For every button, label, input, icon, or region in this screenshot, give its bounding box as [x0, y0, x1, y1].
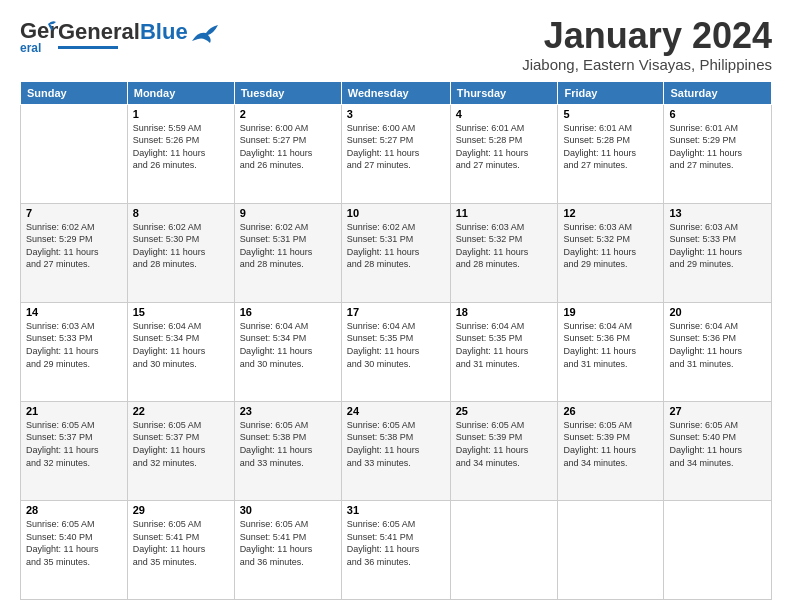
- day-number: 14: [26, 306, 122, 318]
- day-number: 29: [133, 504, 229, 516]
- day-number: 26: [563, 405, 658, 417]
- cell-info: Sunrise: 6:02 AMSunset: 5:29 PMDaylight:…: [26, 221, 122, 271]
- cell-info: Sunrise: 6:05 AMSunset: 5:41 PMDaylight:…: [240, 518, 336, 568]
- calendar-cell: 26Sunrise: 6:05 AMSunset: 5:39 PMDayligh…: [558, 401, 664, 500]
- calendar-table: SundayMondayTuesdayWednesdayThursdayFrid…: [20, 81, 772, 600]
- day-number: 23: [240, 405, 336, 417]
- weekday-header-saturday: Saturday: [664, 81, 772, 104]
- cell-info: Sunrise: 6:02 AMSunset: 5:31 PMDaylight:…: [240, 221, 336, 271]
- cell-info: Sunrise: 6:04 AMSunset: 5:34 PMDaylight:…: [240, 320, 336, 370]
- cell-info: Sunrise: 6:02 AMSunset: 5:30 PMDaylight:…: [133, 221, 229, 271]
- calendar-cell: 5Sunrise: 6:01 AMSunset: 5:28 PMDaylight…: [558, 104, 664, 203]
- calendar-cell: 21Sunrise: 6:05 AMSunset: 5:37 PMDayligh…: [21, 401, 128, 500]
- calendar-cell: 17Sunrise: 6:04 AMSunset: 5:35 PMDayligh…: [341, 302, 450, 401]
- cell-info: Sunrise: 6:04 AMSunset: 5:35 PMDaylight:…: [456, 320, 553, 370]
- day-number: 27: [669, 405, 766, 417]
- day-number: 28: [26, 504, 122, 516]
- cell-info: Sunrise: 6:04 AMSunset: 5:35 PMDaylight:…: [347, 320, 445, 370]
- weekday-header-tuesday: Tuesday: [234, 81, 341, 104]
- day-number: 12: [563, 207, 658, 219]
- cell-info: Sunrise: 6:05 AMSunset: 5:40 PMDaylight:…: [669, 419, 766, 469]
- weekday-header-friday: Friday: [558, 81, 664, 104]
- logo-icon: Gen eral: [20, 16, 56, 52]
- cell-info: Sunrise: 6:03 AMSunset: 5:32 PMDaylight:…: [563, 221, 658, 271]
- day-number: 22: [133, 405, 229, 417]
- calendar-cell: 31Sunrise: 6:05 AMSunset: 5:41 PMDayligh…: [341, 500, 450, 599]
- day-number: 8: [133, 207, 229, 219]
- calendar-cell: 14Sunrise: 6:03 AMSunset: 5:33 PMDayligh…: [21, 302, 128, 401]
- calendar-week-2: 7Sunrise: 6:02 AMSunset: 5:29 PMDaylight…: [21, 203, 772, 302]
- day-number: 17: [347, 306, 445, 318]
- calendar-cell: 18Sunrise: 6:04 AMSunset: 5:35 PMDayligh…: [450, 302, 558, 401]
- day-number: 9: [240, 207, 336, 219]
- cell-info: Sunrise: 6:05 AMSunset: 5:37 PMDaylight:…: [133, 419, 229, 469]
- day-number: 4: [456, 108, 553, 120]
- calendar-cell: 19Sunrise: 6:04 AMSunset: 5:36 PMDayligh…: [558, 302, 664, 401]
- month-title: January 2024: [522, 16, 772, 56]
- cell-info: Sunrise: 6:00 AMSunset: 5:27 PMDaylight:…: [240, 122, 336, 172]
- calendar-cell: 25Sunrise: 6:05 AMSunset: 5:39 PMDayligh…: [450, 401, 558, 500]
- logo-general: General: [58, 19, 140, 45]
- calendar-cell: 8Sunrise: 6:02 AMSunset: 5:30 PMDaylight…: [127, 203, 234, 302]
- day-number: 10: [347, 207, 445, 219]
- calendar-cell: 30Sunrise: 6:05 AMSunset: 5:41 PMDayligh…: [234, 500, 341, 599]
- calendar-cell: 7Sunrise: 6:02 AMSunset: 5:29 PMDaylight…: [21, 203, 128, 302]
- calendar-cell: 6Sunrise: 6:01 AMSunset: 5:29 PMDaylight…: [664, 104, 772, 203]
- svg-text:eral: eral: [20, 41, 41, 54]
- calendar-cell: 23Sunrise: 6:05 AMSunset: 5:38 PMDayligh…: [234, 401, 341, 500]
- cell-info: Sunrise: 5:59 AMSunset: 5:26 PMDaylight:…: [133, 122, 229, 172]
- logo: Gen eral GeneralBlue: [20, 16, 220, 52]
- cell-info: Sunrise: 6:04 AMSunset: 5:36 PMDaylight:…: [669, 320, 766, 370]
- calendar-cell: 13Sunrise: 6:03 AMSunset: 5:33 PMDayligh…: [664, 203, 772, 302]
- calendar-cell: 28Sunrise: 6:05 AMSunset: 5:40 PMDayligh…: [21, 500, 128, 599]
- cell-info: Sunrise: 6:04 AMSunset: 5:36 PMDaylight:…: [563, 320, 658, 370]
- cell-info: Sunrise: 6:03 AMSunset: 5:33 PMDaylight:…: [26, 320, 122, 370]
- calendar-week-1: 1Sunrise: 5:59 AMSunset: 5:26 PMDaylight…: [21, 104, 772, 203]
- day-number: 16: [240, 306, 336, 318]
- day-number: 6: [669, 108, 766, 120]
- day-number: 11: [456, 207, 553, 219]
- day-number: 2: [240, 108, 336, 120]
- bird-icon: [190, 23, 220, 45]
- cell-info: Sunrise: 6:00 AMSunset: 5:27 PMDaylight:…: [347, 122, 445, 172]
- cell-info: Sunrise: 6:03 AMSunset: 5:32 PMDaylight:…: [456, 221, 553, 271]
- cell-info: Sunrise: 6:01 AMSunset: 5:28 PMDaylight:…: [563, 122, 658, 172]
- calendar-week-3: 14Sunrise: 6:03 AMSunset: 5:33 PMDayligh…: [21, 302, 772, 401]
- day-number: 21: [26, 405, 122, 417]
- calendar-cell: 29Sunrise: 6:05 AMSunset: 5:41 PMDayligh…: [127, 500, 234, 599]
- calendar-cell: 2Sunrise: 6:00 AMSunset: 5:27 PMDaylight…: [234, 104, 341, 203]
- calendar-cell: 4Sunrise: 6:01 AMSunset: 5:28 PMDaylight…: [450, 104, 558, 203]
- day-number: 7: [26, 207, 122, 219]
- calendar-cell: 11Sunrise: 6:03 AMSunset: 5:32 PMDayligh…: [450, 203, 558, 302]
- cell-info: Sunrise: 6:03 AMSunset: 5:33 PMDaylight:…: [669, 221, 766, 271]
- day-number: 15: [133, 306, 229, 318]
- page: Gen eral GeneralBlue January 2024 Jiabon…: [0, 0, 792, 612]
- weekday-header-wednesday: Wednesday: [341, 81, 450, 104]
- day-number: 30: [240, 504, 336, 516]
- calendar-cell: [450, 500, 558, 599]
- calendar-cell: 12Sunrise: 6:03 AMSunset: 5:32 PMDayligh…: [558, 203, 664, 302]
- location: Jiabong, Eastern Visayas, Philippines: [522, 56, 772, 73]
- cell-info: Sunrise: 6:05 AMSunset: 5:39 PMDaylight:…: [456, 419, 553, 469]
- day-number: 5: [563, 108, 658, 120]
- cell-info: Sunrise: 6:05 AMSunset: 5:38 PMDaylight:…: [347, 419, 445, 469]
- day-number: 1: [133, 108, 229, 120]
- calendar-cell: 10Sunrise: 6:02 AMSunset: 5:31 PMDayligh…: [341, 203, 450, 302]
- calendar-cell: 3Sunrise: 6:00 AMSunset: 5:27 PMDaylight…: [341, 104, 450, 203]
- day-number: 13: [669, 207, 766, 219]
- calendar-week-4: 21Sunrise: 6:05 AMSunset: 5:37 PMDayligh…: [21, 401, 772, 500]
- calendar-cell: [664, 500, 772, 599]
- cell-info: Sunrise: 6:01 AMSunset: 5:28 PMDaylight:…: [456, 122, 553, 172]
- weekday-header-monday: Monday: [127, 81, 234, 104]
- calendar-week-5: 28Sunrise: 6:05 AMSunset: 5:40 PMDayligh…: [21, 500, 772, 599]
- day-number: 3: [347, 108, 445, 120]
- calendar-header-row: SundayMondayTuesdayWednesdayThursdayFrid…: [21, 81, 772, 104]
- cell-info: Sunrise: 6:02 AMSunset: 5:31 PMDaylight:…: [347, 221, 445, 271]
- day-number: 20: [669, 306, 766, 318]
- day-number: 31: [347, 504, 445, 516]
- cell-info: Sunrise: 6:04 AMSunset: 5:34 PMDaylight:…: [133, 320, 229, 370]
- calendar-cell: 9Sunrise: 6:02 AMSunset: 5:31 PMDaylight…: [234, 203, 341, 302]
- day-number: 18: [456, 306, 553, 318]
- header: Gen eral GeneralBlue January 2024 Jiabon…: [20, 16, 772, 73]
- weekday-header-sunday: Sunday: [21, 81, 128, 104]
